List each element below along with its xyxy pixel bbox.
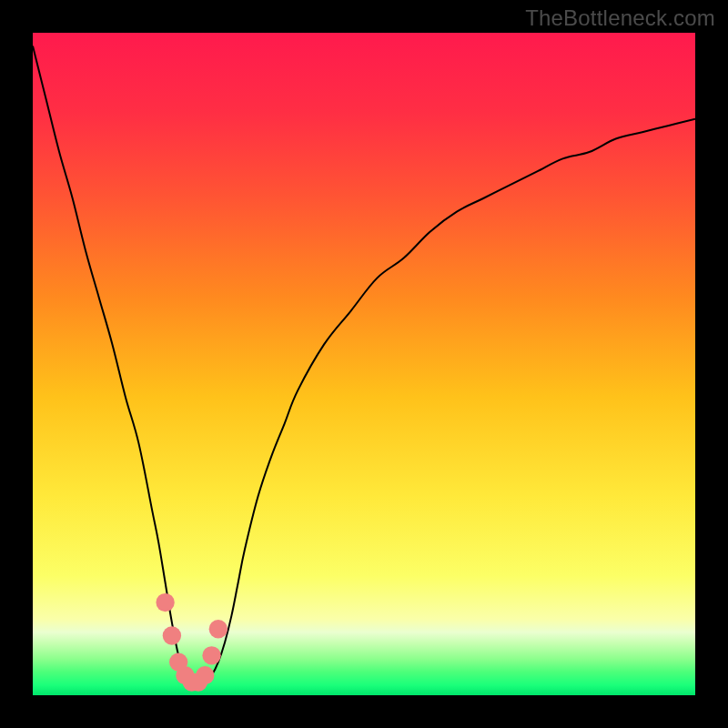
curve-marker [196, 666, 214, 684]
bottleneck-curve [33, 33, 695, 695]
curve-marker [202, 646, 220, 664]
curve-marker [156, 593, 174, 612]
plot-area [33, 33, 695, 695]
watermark-text: TheBottleneck.com [525, 5, 715, 31]
curve-marker [209, 620, 228, 638]
curve-marker [163, 626, 181, 644]
chart-frame: TheBottleneck.com [0, 0, 728, 728]
